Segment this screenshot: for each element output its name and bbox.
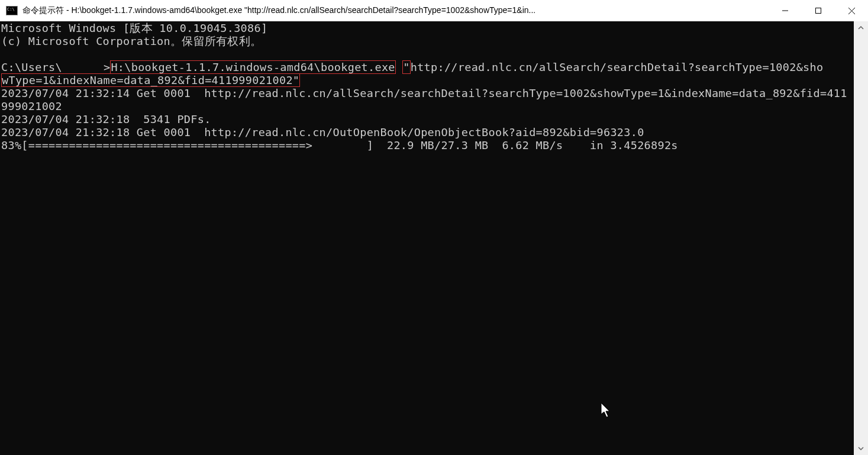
progress-bar-line: 83%[====================================… xyxy=(1,139,678,151)
chevron-up-icon xyxy=(858,26,864,30)
svg-rect-1 xyxy=(816,8,821,14)
log-line-3: 2023/07/04 21:32:18 Get 0001 http://read… xyxy=(1,126,644,138)
minimize-button[interactable] xyxy=(769,0,802,21)
highlight-url-tail: wType=1&indexName=data_892&fid=411999021… xyxy=(1,73,300,87)
maximize-button[interactable] xyxy=(802,0,835,21)
version-line: Microsoft Windows [版本 10.0.19045.3086] xyxy=(1,22,267,34)
close-icon xyxy=(848,7,856,15)
prompt-gt: > xyxy=(104,61,110,73)
log-line-2: 2023/07/04 21:32:18 5341 PDFs. xyxy=(1,113,211,125)
scroll-up-arrow-icon[interactable] xyxy=(854,21,868,34)
scroll-down-arrow-icon[interactable] xyxy=(854,442,868,455)
vertical-scrollbar[interactable] xyxy=(854,21,868,455)
terminal-output[interactable]: Microsoft Windows [版本 10.0.19045.3086] (… xyxy=(0,21,854,455)
close-button[interactable] xyxy=(835,0,868,21)
cmd-url-1: http://read.nlc.cn/allSearch/searchDetai… xyxy=(411,61,824,73)
scroll-track[interactable] xyxy=(854,34,868,442)
cmd-icon xyxy=(6,6,18,15)
prompt-path: C:\Users\ xyxy=(1,61,62,73)
highlight-exe-path: H:\bookget-1.1.7.windows-amd64\bookget.e… xyxy=(110,60,395,74)
minimize-icon xyxy=(782,7,789,14)
window-title: 命令提示符 - H:\bookget-1.1.7.windows-amd64\b… xyxy=(22,5,769,16)
quote-close: " xyxy=(293,74,299,86)
window-titlebar[interactable]: 命令提示符 - H:\bookget-1.1.7.windows-amd64\b… xyxy=(0,0,868,21)
window-controls xyxy=(769,0,868,21)
copyright-line: (c) Microsoft Corporation。保留所有权利。 xyxy=(1,35,262,47)
log-line-1: 2023/07/04 21:32:14 Get 0001 http://read… xyxy=(1,87,847,112)
highlight-quote-open: " xyxy=(402,60,410,74)
maximize-icon xyxy=(815,7,822,14)
cmd-url-2: wType=1&indexName=data_892&fid=411999021… xyxy=(2,74,293,86)
chevron-down-icon xyxy=(858,447,864,450)
